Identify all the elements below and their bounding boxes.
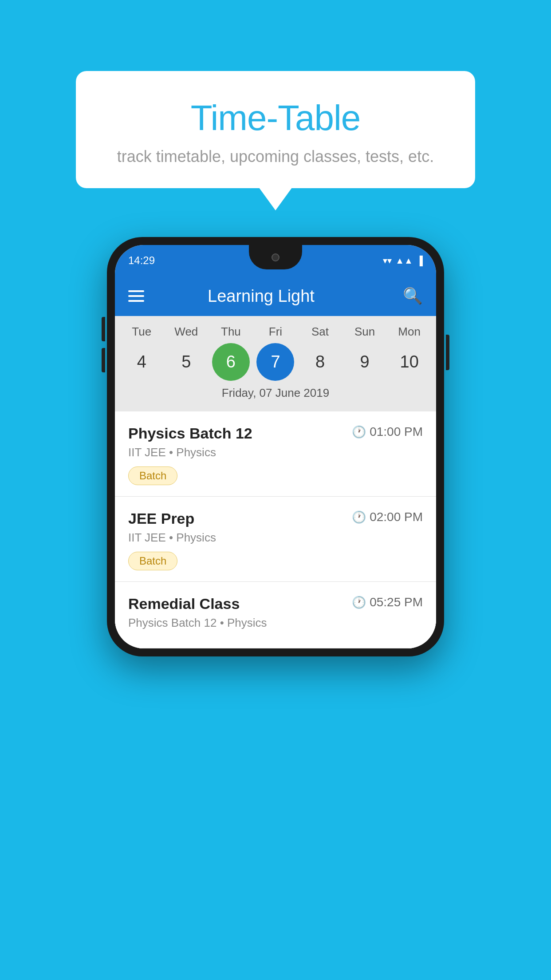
app-title: Learning Light: [128, 287, 394, 306]
schedule-title-2: JEE Prep: [128, 510, 194, 527]
camera-lens: [272, 253, 279, 261]
phone-screen: 14:29 ▾▾ ▲▲ ▐ Learning Light 🔍: [115, 245, 436, 648]
phone-wrapper: 14:29 ▾▾ ▲▲ ▐ Learning Light 🔍: [107, 237, 444, 656]
tooltip-subtitle: track timetable, upcoming classes, tests…: [107, 147, 444, 166]
day-9[interactable]: 9: [346, 343, 384, 381]
schedule-item-2-header: JEE Prep 🕐 02:00 PM: [128, 510, 423, 527]
status-time: 14:29: [128, 254, 155, 267]
day-header-sat: Sat: [301, 325, 339, 339]
schedule-time-value-3: 05:25 PM: [370, 595, 423, 609]
batch-badge-2: Batch: [128, 552, 177, 570]
clock-icon-1: 🕐: [352, 425, 366, 439]
status-bar: 14:29 ▾▾ ▲▲ ▐: [115, 245, 436, 276]
day-4[interactable]: 4: [123, 343, 161, 381]
app-bar: Learning Light 🔍: [115, 276, 436, 316]
battery-icon: ▐: [417, 256, 423, 266]
search-button[interactable]: 🔍: [403, 287, 423, 305]
schedule-title-3: Remedial Class: [128, 595, 240, 612]
schedule-subtitle-2: IIT JEE • Physics: [128, 531, 423, 545]
day-8[interactable]: 8: [301, 343, 339, 381]
batch-badge-1: Batch: [128, 466, 177, 485]
day-5[interactable]: 5: [167, 343, 205, 381]
schedule-title-1: Physics Batch 12: [128, 425, 252, 442]
schedule-item-1-header: Physics Batch 12 🕐 01:00 PM: [128, 425, 423, 442]
schedule-item-3[interactable]: Remedial Class 🕐 05:25 PM Physics Batch …: [115, 582, 436, 648]
day-headers: Tue Wed Thu Fri Sat Sun Mon: [115, 325, 436, 339]
volume-down-button: [102, 348, 105, 372]
volume-up-button: [102, 317, 105, 341]
calendar-strip: Tue Wed Thu Fri Sat Sun Mon 4 5 6 7 8 9 …: [115, 316, 436, 411]
schedule-time-value-1: 01:00 PM: [370, 425, 423, 439]
day-10[interactable]: 10: [390, 343, 428, 381]
tooltip-card: Time-Table track timetable, upcoming cla…: [76, 71, 475, 188]
day-header-sun: Sun: [346, 325, 384, 339]
schedule-item-3-header: Remedial Class 🕐 05:25 PM: [128, 595, 423, 612]
phone-frame: 14:29 ▾▾ ▲▲ ▐ Learning Light 🔍: [107, 237, 444, 656]
clock-icon-2: 🕐: [352, 510, 366, 524]
status-icons: ▾▾ ▲▲ ▐: [383, 255, 423, 266]
day-numbers: 4 5 6 7 8 9 10: [115, 343, 436, 381]
schedule-subtitle-1: IIT JEE • Physics: [128, 446, 423, 459]
schedule-item-2[interactable]: JEE Prep 🕐 02:00 PM IIT JEE • Physics Ba…: [115, 497, 436, 582]
day-header-fri: Fri: [256, 325, 294, 339]
day-6-today[interactable]: 6: [212, 343, 250, 381]
selected-date-label: Friday, 07 June 2019: [115, 381, 436, 407]
day-header-wed: Wed: [167, 325, 205, 339]
tooltip-title: Time-Table: [107, 98, 444, 138]
notch-cutout: [249, 245, 302, 269]
schedule-time-value-2: 02:00 PM: [370, 510, 423, 524]
schedule-time-3: 🕐 05:25 PM: [352, 595, 423, 609]
wifi-icon: ▾▾: [383, 255, 392, 266]
day-7-selected[interactable]: 7: [256, 343, 294, 381]
day-header-mon: Mon: [390, 325, 428, 339]
day-header-tue: Tue: [123, 325, 161, 339]
schedule-time-2: 🕐 02:00 PM: [352, 510, 423, 524]
power-button: [446, 335, 449, 370]
schedule-time-1: 🕐 01:00 PM: [352, 425, 423, 439]
day-header-thu: Thu: [212, 325, 250, 339]
clock-icon-3: 🕐: [352, 596, 366, 609]
signal-icon: ▲▲: [395, 256, 413, 266]
schedule-subtitle-3: Physics Batch 12 • Physics: [128, 616, 423, 630]
schedule-item-1[interactable]: Physics Batch 12 🕐 01:00 PM IIT JEE • Ph…: [115, 411, 436, 497]
schedule-list: Physics Batch 12 🕐 01:00 PM IIT JEE • Ph…: [115, 411, 436, 648]
